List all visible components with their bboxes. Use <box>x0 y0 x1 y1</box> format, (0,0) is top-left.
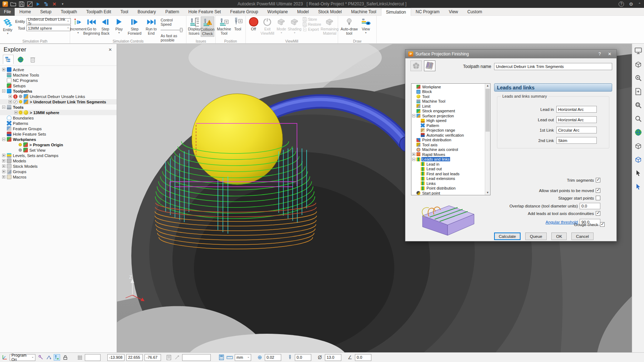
add-leads-checkbox[interactable] <box>596 211 600 216</box>
dtree-first-and-last-leads[interactable]: First and last leads <box>411 171 485 176</box>
tab-machine-tool[interactable]: Machine Tool <box>346 8 381 16</box>
expand-icon[interactable] <box>2 68 5 71</box>
grid-size-input[interactable] <box>85 354 101 361</box>
minimize-ribbon-icon[interactable]: ⌃ <box>638 2 641 6</box>
help-icon[interactable]: ? <box>619 1 624 7</box>
dtree-tool[interactable]: Tool <box>411 94 485 99</box>
expand-icon[interactable] <box>2 159 5 162</box>
collapse-icon[interactable] <box>412 158 415 161</box>
recycle-bin-icon[interactable] <box>27 55 38 64</box>
zoom-window-icon[interactable] <box>634 101 643 109</box>
dtree-lead-in[interactable]: Lead in <box>411 162 485 167</box>
restore-button[interactable]: Restore <box>303 22 321 26</box>
delete-entity-icon[interactable]: ✕ <box>52 1 57 7</box>
tree-item-nc-programs[interactable]: NC Programs <box>0 78 117 83</box>
tree-item-active[interactable]: Active <box>0 67 117 72</box>
globe-view-icon[interactable] <box>634 128 643 137</box>
tree-item-tools[interactable]: Tools <box>0 104 117 110</box>
exit-viewmill-button[interactable]: Exit ViewMill <box>260 16 275 36</box>
tab-model[interactable]: Model <box>292 8 313 16</box>
speed-slider[interactable] <box>161 28 183 33</box>
tree-item-program-origin[interactable]: > Program Origin <box>0 142 117 147</box>
explorer-close-icon[interactable]: ✕ <box>107 47 113 52</box>
expand-icon[interactable] <box>412 153 415 156</box>
display-issues-button[interactable]: Display Issues <box>187 16 201 36</box>
tree-item-toolpaths[interactable]: Toolpaths <box>0 88 117 94</box>
tool-vector-icon[interactable] <box>45 354 52 361</box>
grid-icon[interactable] <box>77 354 83 361</box>
tab-stock-model[interactable]: Stock Model <box>313 8 346 16</box>
expand-icon[interactable] <box>2 175 5 178</box>
dtree-workplane[interactable]: Workplane <box>411 84 485 89</box>
toolpath-form-icon[interactable] <box>43 1 49 7</box>
dtree-point-distribution[interactable]: Point distribution <box>411 138 485 143</box>
dialog-title-bar[interactable]: Surface Projection Finishing ? ✕ <box>405 50 616 58</box>
tab-setup[interactable]: Setup <box>35 8 56 16</box>
dtree-limit[interactable]: Limit <box>411 104 485 109</box>
tree-item-set-view[interactable]: Set View <box>0 147 117 153</box>
expand-icon[interactable] <box>9 95 12 98</box>
diameter-input[interactable]: 13.0 <box>325 354 341 361</box>
dtree-leads-and-links[interactable]: Leads and links <box>411 157 485 162</box>
tab-simulation[interactable]: Simulation <box>381 8 411 16</box>
go-to-beginning-button[interactable]: Go to Beginning <box>85 16 98 36</box>
tab-toolpath-edit[interactable]: Toolpath Edit <box>82 8 116 16</box>
tool-select[interactable]: 13MM sphere <box>26 25 71 31</box>
play-button[interactable]: Play <box>112 16 126 35</box>
calculator-icon[interactable] <box>218 354 225 361</box>
dtree-rapid-moves[interactable]: Rapid Moves <box>411 152 485 157</box>
tree-item-stock-models[interactable]: Stock Models <box>0 163 117 169</box>
block-view-icon[interactable] <box>634 142 643 150</box>
lead-out-value[interactable]: Horizontal Arc <box>556 116 597 123</box>
scroll-up-icon[interactable]: ▲ <box>486 84 489 88</box>
z-axis-lock-icon[interactable] <box>54 354 60 361</box>
zoom-in-icon[interactable] <box>634 74 643 82</box>
coord-y-field[interactable]: 22.655 <box>126 354 143 361</box>
picker-icon[interactable] <box>174 354 180 361</box>
trim-segments-checkbox[interactable] <box>596 178 600 182</box>
tree-item-models[interactable]: Models <box>0 158 117 163</box>
tab-pattern[interactable]: Pattern <box>161 8 184 16</box>
tool-axis-icon[interactable] <box>37 354 44 361</box>
entity-button[interactable]: Entity <box>1 16 14 36</box>
tree-item-macros[interactable]: Macros <box>0 174 117 180</box>
lead-in-value[interactable]: Horizontal Arc <box>556 106 597 113</box>
toolpath-name-input[interactable] <box>494 63 612 70</box>
tolerance-input[interactable]: 0.02 <box>265 354 281 361</box>
dtree-high-speed[interactable]: High speed <box>411 118 485 123</box>
explorer-tree-icon[interactable] <box>3 55 14 64</box>
fit-window-icon[interactable] <box>634 47 643 55</box>
units-select[interactable]: mm <box>235 354 251 361</box>
angular-threshold-link[interactable]: Angular threshold <box>546 220 578 224</box>
step-back-button[interactable]: Step Back <box>98 16 113 36</box>
tree-item-hole-feature-sets[interactable]: Hole Feature Sets <box>0 131 117 137</box>
multi-cursor-icon[interactable] <box>634 169 643 177</box>
lock-icon[interactable] <box>62 354 68 361</box>
remaining-material-button[interactable]: Remaining Material <box>323 16 337 36</box>
dialog-close-icon[interactable]: ✕ <box>606 51 614 57</box>
dtree-start-point[interactable]: Start point <box>411 191 485 195</box>
dtree-machine-tool[interactable]: Machine Tool <box>411 99 485 104</box>
tab-feature-group[interactable]: Feature Group <box>225 8 263 16</box>
draw-view-button[interactable]: View <box>359 16 372 35</box>
strategy-pattern-icon[interactable] <box>410 60 422 71</box>
pointer-cursor-icon[interactable] <box>634 182 643 191</box>
auto-draw-tool-button[interactable]: Auto-draw tool <box>339 16 359 36</box>
position-machine-tool-button[interactable]: Machine Tool <box>217 16 231 36</box>
open-project-icon[interactable] <box>10 1 16 7</box>
tab-tool[interactable]: Tool <box>116 8 133 16</box>
tab-view[interactable]: View <box>444 8 463 16</box>
tree-item-setups[interactable]: Setups <box>0 83 117 88</box>
strategy-surface-projection-icon[interactable] <box>424 60 435 71</box>
expand-icon[interactable] <box>2 165 5 168</box>
tab-boundary[interactable]: Boundary <box>133 8 161 16</box>
ok-button[interactable]: OK <box>551 233 567 240</box>
calculate-button[interactable]: Calculate <box>494 233 521 240</box>
dtree-lead-out[interactable]: Lead out <box>411 167 485 172</box>
tree-item-levels-sets-clamps[interactable]: Levels, Sets and Clamps <box>0 153 117 158</box>
tab-file[interactable]: File <box>0 8 15 16</box>
refresh-page-icon[interactable] <box>634 87 643 96</box>
export-button[interactable]: Export <box>303 27 321 31</box>
viewmill-mode-button[interactable]: Mode <box>275 16 288 35</box>
tab-home[interactable]: Home <box>15 8 35 16</box>
